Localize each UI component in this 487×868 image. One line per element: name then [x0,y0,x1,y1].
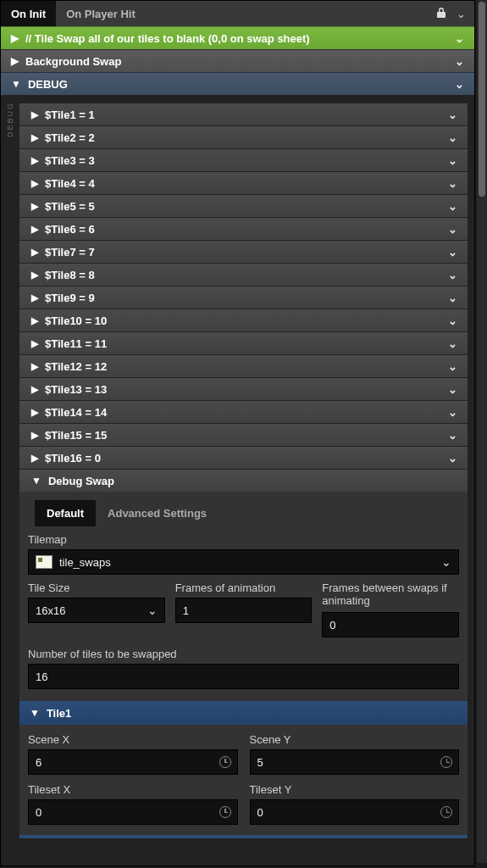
tilemap-label: Tilemap [28,533,459,546]
tile-variable-label: $Tile15 = 15 [45,429,448,442]
tile-variable-row[interactable]: ▶$Tile12 = 12⌄ [19,355,468,377]
collapse-arrow-icon: ▶ [31,430,38,441]
scene-y-label: Scene Y [250,733,460,746]
tileset-x-label: Tileset X [28,783,238,796]
chevron-down-icon[interactable]: ⌄ [448,223,457,236]
tile-variable-row[interactable]: ▶$Tile7 = 7⌄ [19,241,468,263]
chevron-down-icon[interactable]: ⌄ [455,78,464,91]
clock-icon[interactable] [440,756,452,768]
section-background-swap[interactable]: ▶ Background Swap ⌄ [1,49,474,72]
expand-arrow-icon: ▼ [30,707,40,719]
section-divider [19,835,468,838]
scene-x-input[interactable]: 6 [28,749,238,775]
collapse-arrow-icon: ▶ [11,55,19,67]
tile-variable-row[interactable]: ▶$Tile13 = 13⌄ [19,378,468,400]
tilemap-select[interactable]: tile_swaps ⌄ [28,549,459,575]
tab-on-init[interactable]: On Init [1,1,56,26]
tab-on-player-hit[interactable]: On Player Hit [56,1,146,26]
tile-variable-label: $Tile3 = 3 [45,154,448,167]
frames-input[interactable]: 1 [175,598,313,623]
tab-default[interactable]: Default [35,500,96,526]
tile1-section[interactable]: ▼ Tile1 [19,701,468,725]
chevron-down-icon[interactable]: ⌄ [448,154,457,167]
chevron-down-icon[interactable]: ⌄ [448,429,457,442]
swap-count-input[interactable]: 16 [28,664,459,689]
chevron-down-icon[interactable]: ⌄ [455,55,464,68]
chevron-down-icon[interactable]: ⌄ [448,406,457,419]
chevron-down-icon[interactable]: ⌄ [448,337,457,350]
chevron-down-icon[interactable]: ⌄ [448,452,457,465]
tile-variable-row[interactable]: ▶$Tile3 = 3⌄ [19,149,468,171]
tile-variable-label: $Tile2 = 2 [45,131,448,144]
tileset-y-input[interactable]: 0 [250,799,460,825]
collapse-arrow-icon: ▶ [31,224,38,235]
swap-count-label: Number of tiles to be swapped [28,648,459,660]
tile-variable-label: $Tile1 = 1 [45,108,448,121]
group-label: DEBUG [6,102,14,137]
collapse-arrow-icon: ▶ [31,109,38,120]
mode-tabs: Default Advanced Settings [35,500,459,526]
tile-variable-label: $Tile6 = 6 [45,223,448,236]
scene-y-input[interactable]: 5 [250,749,460,775]
collapse-arrow-icon: ▶ [31,270,38,281]
tilemap-icon [36,555,53,569]
tab-advanced[interactable]: Advanced Settings [96,500,219,526]
chevron-down-icon[interactable]: ⌄ [448,383,457,396]
tile-variable-row[interactable]: ▶$Tile11 = 11⌄ [19,332,468,354]
tile-variable-label: $Tile8 = 8 [45,269,448,281]
scrollbar-thumb[interactable] [479,2,485,197]
clock-icon[interactable] [219,756,231,768]
tile-variable-label: $Tile9 = 9 [45,292,448,304]
tile-variable-row[interactable]: ▶$Tile16 = 0⌄ [19,447,468,469]
collapse-arrow-icon: ▶ [31,407,38,418]
collapse-arrow-icon: ▶ [31,384,38,395]
comment-label: // Tile Swap all of our tiles to blank (… [25,32,455,45]
scrollbar[interactable] [477,0,487,863]
tileset-y-label: Tileset Y [250,783,460,796]
chevron-down-icon[interactable]: ⌄ [448,108,457,121]
chevron-down-icon[interactable]: ⌄ [457,8,466,20]
tile-variable-label: $Tile13 = 13 [45,383,448,396]
debug-swap-header[interactable]: ▼ Debug Swap [19,470,468,492]
chevron-down-icon[interactable]: ⌄ [448,360,457,373]
tile-variable-row[interactable]: ▶$Tile2 = 2⌄ [19,126,468,148]
event-tabs: On Init On Player Hit ⌄ [1,1,474,26]
lock-icon[interactable] [436,7,446,21]
tile-variable-row[interactable]: ▶$Tile4 = 4⌄ [19,172,468,194]
section-debug[interactable]: ▼ DEBUG ⌄ [1,72,474,95]
tile-variable-row[interactable]: ▶$Tile10 = 10⌄ [19,309,468,331]
collapse-arrow-icon: ▶ [31,338,38,349]
tile-variable-row[interactable]: ▶$Tile14 = 14⌄ [19,401,468,423]
chevron-down-icon[interactable]: ⌄ [448,177,457,190]
chevron-down-icon: ⌄ [441,555,451,569]
tile-variable-label: $Tile14 = 14 [45,406,448,419]
chevron-down-icon[interactable]: ⌄ [448,292,457,304]
tile-variable-label: $Tile7 = 7 [45,246,448,259]
collapse-arrow-icon: ▶ [31,201,38,212]
tile-variable-row[interactable]: ▶$Tile15 = 15⌄ [19,424,468,446]
between-input[interactable]: 0 [322,612,459,637]
tile-variable-label: $Tile16 = 0 [45,452,448,465]
tile-variable-row[interactable]: ▶$Tile1 = 1⌄ [19,103,468,125]
clock-icon[interactable] [440,806,452,818]
section-tile-swap-comment[interactable]: ▶ // Tile Swap all of our tiles to blank… [1,26,474,49]
chevron-down-icon[interactable]: ⌄ [448,269,457,281]
chevron-down-icon: ⌄ [147,604,158,617]
chevron-down-icon[interactable]: ⌄ [448,314,457,327]
collapse-arrow-icon: ▶ [11,32,19,44]
tile-variable-row[interactable]: ▶$Tile8 = 8⌄ [19,264,468,286]
chevron-down-icon[interactable]: ⌄ [455,32,464,45]
collapse-arrow-icon: ▶ [31,178,38,189]
chevron-down-icon[interactable]: ⌄ [448,246,457,259]
tileset-x-input[interactable]: 0 [28,799,238,825]
tile-variable-row[interactable]: ▶$Tile6 = 6⌄ [19,218,468,240]
chevron-down-icon[interactable]: ⌄ [448,131,457,144]
tile-variable-row[interactable]: ▶$Tile5 = 5⌄ [19,195,468,217]
clock-icon[interactable] [219,806,231,818]
chevron-down-icon[interactable]: ⌄ [448,200,457,213]
between-label: Frames between swaps if animating [322,581,459,609]
tilesize-select[interactable]: 16x16 ⌄ [28,598,165,623]
tile-variable-label: $Tile10 = 10 [45,314,448,327]
tile-variable-label: $Tile5 = 5 [45,200,448,213]
tile-variable-row[interactable]: ▶$Tile9 = 9⌄ [19,287,468,309]
